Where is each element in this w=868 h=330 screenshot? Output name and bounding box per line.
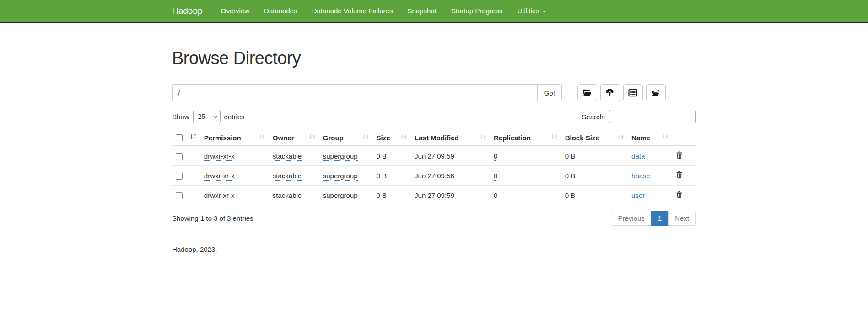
chevron-down-icon (542, 11, 546, 12)
column-header-owner[interactable]: Owner (269, 130, 319, 146)
directory-link[interactable]: data (631, 152, 645, 160)
column-label: Permission (204, 134, 241, 142)
nav-item-snapshot[interactable]: Snapshot (400, 0, 443, 22)
owner-cell[interactable]: stackable (273, 152, 302, 161)
nav-item-datanodes[interactable]: Datanodes (257, 0, 305, 22)
column-label: Name (631, 134, 650, 142)
select-all-header (172, 130, 200, 146)
size-cell: 0 B (377, 152, 387, 160)
list-alt-icon (628, 89, 637, 97)
show-label: Show (172, 113, 189, 121)
pagination-page-1: 1 (652, 211, 669, 226)
sort-both-icon (662, 133, 669, 142)
group-cell[interactable]: supergroup (323, 152, 358, 161)
search-input[interactable] (609, 110, 696, 123)
block-size-cell: 0 B (565, 172, 576, 180)
column-header-block-size[interactable]: Block Size (561, 130, 628, 146)
column-label: Last Modified (415, 134, 459, 142)
page-length-control: Show 25 entries (172, 110, 245, 123)
pagination-previous: Previous (611, 211, 651, 226)
group-cell[interactable]: supergroup (323, 192, 358, 200)
previous-button[interactable]: Previous (611, 211, 651, 226)
column-header-permission[interactable]: Permission (200, 130, 269, 146)
page-1-button[interactable]: 1 (651, 211, 669, 226)
entries-per-page-select[interactable]: 25 (193, 110, 221, 123)
folder-open-icon (582, 89, 592, 97)
replication-cell[interactable]: 0 (494, 152, 497, 161)
nav-item-datanode-volume-failures[interactable]: Datanode Volume Failures (305, 0, 400, 22)
last-modified-cell: Jun 27 09:59 (415, 152, 454, 160)
delete-button[interactable] (676, 171, 683, 179)
permission-cell[interactable]: drwxr-xr-x (204, 192, 235, 200)
directory-link[interactable]: user (631, 192, 645, 199)
footer-divider (172, 238, 696, 238)
column-header-last-modified[interactable]: Last Modified (411, 130, 490, 146)
row-checkbox[interactable] (176, 173, 183, 180)
utilities-label: Utilities (517, 0, 539, 22)
size-cell: 0 B (377, 192, 387, 199)
group-cell[interactable]: supergroup (323, 172, 358, 181)
delete-button[interactable] (676, 151, 683, 159)
last-modified-cell: Jun 27 09:56 (415, 172, 454, 180)
directory-link[interactable]: hbase (631, 172, 650, 180)
replication-cell[interactable]: 0 (494, 172, 497, 181)
replication-cell[interactable]: 0 (494, 192, 497, 200)
nav-item-overview[interactable]: Overview (214, 0, 257, 22)
column-header-actions (672, 130, 696, 146)
top-navbar: Hadoop Overview Datanodes Datanode Volum… (0, 0, 868, 23)
block-size-cell: 0 B (565, 152, 576, 160)
sort-both-icon (617, 133, 624, 142)
select-all-checkbox[interactable] (176, 134, 183, 141)
owner-cell[interactable]: stackable (273, 192, 302, 200)
search-label: Search: (582, 113, 605, 121)
folder-move-icon (651, 89, 660, 97)
trash-icon (676, 193, 683, 200)
column-header-replication[interactable]: Replication (490, 130, 561, 146)
go-button[interactable]: Go! (537, 84, 562, 101)
create-directory-button[interactable] (577, 84, 597, 101)
sort-both-icon (551, 133, 558, 142)
table-row: drwxr-xr-x stackable supergroup 0 B Jun … (172, 186, 696, 205)
column-header-size[interactable]: Size (373, 130, 411, 146)
trash-icon (676, 173, 683, 180)
table-row: drwxr-xr-x stackable supergroup 0 B Jun … (172, 166, 696, 186)
pagination-next: Next (669, 211, 696, 226)
delete-button[interactable] (676, 191, 683, 198)
table-footer-bar: Showing 1 to 3 of 3 entries Previous 1 N… (172, 211, 696, 226)
column-header-name[interactable]: Name (628, 130, 672, 146)
sort-both-icon (259, 133, 265, 142)
column-label: Size (377, 134, 390, 142)
directory-table: Permission Owner (172, 130, 696, 205)
row-checkbox[interactable] (176, 192, 183, 199)
pagination: Previous 1 Next (611, 211, 696, 226)
permission-cell[interactable]: drwxr-xr-x (204, 152, 235, 161)
directory-summary-button[interactable] (623, 84, 643, 101)
permission-cell[interactable]: drwxr-xr-x (204, 172, 235, 181)
directory-input-group: Go! (172, 84, 562, 101)
column-label: Block Size (565, 134, 599, 142)
directory-path-input[interactable] (172, 84, 537, 101)
column-label: Replication (494, 134, 531, 142)
column-label: Owner (273, 134, 294, 142)
upload-files-button[interactable] (600, 84, 620, 101)
column-label: Group (323, 134, 344, 142)
row-checkbox[interactable] (176, 153, 183, 160)
owner-cell[interactable]: stackable (273, 172, 302, 181)
page-header: Browse Directory (172, 48, 696, 74)
nav-item-utilities-dropdown[interactable]: Utilities (510, 0, 553, 22)
column-header-group[interactable]: Group (319, 130, 373, 146)
directory-actions-toolbar (577, 84, 666, 101)
sort-both-icon (480, 133, 486, 142)
last-modified-cell: Jun 27 09:59 (415, 192, 454, 199)
brand-hadoop[interactable]: Hadoop (172, 0, 203, 22)
block-size-cell: 0 B (565, 192, 576, 199)
sort-both-icon (362, 133, 369, 142)
page-title: Browse Directory (172, 48, 696, 68)
move-to-directory-button[interactable] (646, 84, 666, 101)
nav-item-startup-progress[interactable]: Startup Progress (444, 0, 510, 22)
next-button[interactable]: Next (668, 211, 696, 226)
entries-label: entries (224, 113, 245, 121)
table-header-row: Permission Owner (172, 130, 696, 146)
sort-active-icon[interactable] (190, 133, 197, 142)
table-row: drwxr-xr-x stackable supergroup 0 B Jun … (172, 146, 696, 166)
